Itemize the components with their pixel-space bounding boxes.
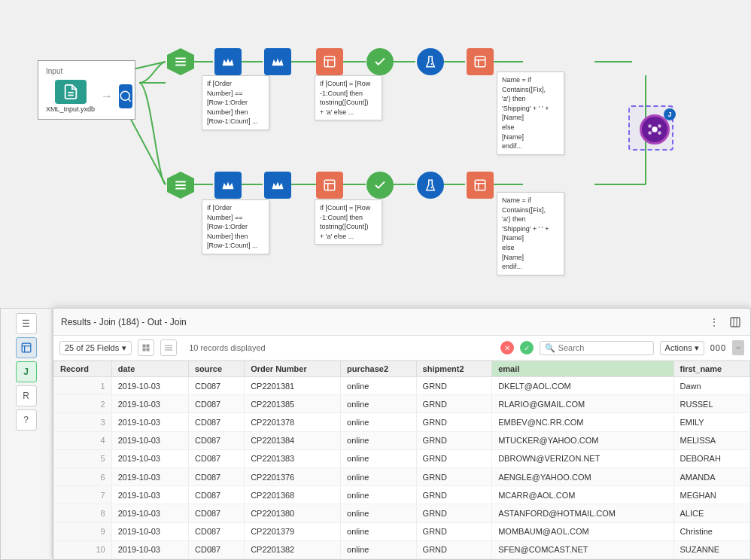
col-header-shipment2[interactable]: shipment2 <box>416 361 492 377</box>
cell-r10-c2: CD087 <box>189 540 245 558</box>
node-bot-6[interactable] <box>417 172 444 199</box>
col-header-email[interactable]: email <box>492 361 673 377</box>
node-bot-5[interactable] <box>366 172 394 199</box>
table-row: 22019-10-03CD087CP2201385onlineGRNDRLARI… <box>54 395 750 413</box>
cell-r10-c7: SUZANNE <box>673 540 750 558</box>
cell-r3-c6: EMBEV@NC.RR.COM <box>492 413 673 431</box>
results-title: Results - Join (184) - Out - Join <box>61 317 187 327</box>
col-header-order-number[interactable]: Order Number <box>245 361 341 377</box>
cell-r6-c0: 6 <box>54 467 112 485</box>
table-row: 12019-10-03CD087CP2201381onlineGRNDDKELT… <box>54 377 750 395</box>
records-count: 10 records displayed <box>189 343 266 352</box>
node-top-2[interactable] <box>214 48 242 75</box>
cell-r3-c2: CD087 <box>189 413 245 431</box>
node-bot-1[interactable] <box>167 172 194 199</box>
cell-r1-c2: CD087 <box>189 377 245 395</box>
cell-r4-c1: 2019-10-03 <box>111 431 188 449</box>
col-header-record[interactable]: Record <box>54 361 112 377</box>
browse-node[interactable] <box>119 84 132 108</box>
svg-point-35 <box>648 131 652 135</box>
cell-r10-c4: online <box>341 540 417 558</box>
cell-r7-c4: online <box>341 486 417 504</box>
cell-r4-c0: 4 <box>54 431 112 449</box>
cell-r5-c3: CP2201383 <box>245 449 341 467</box>
svg-point-40 <box>430 187 432 188</box>
cell-r9-c5: GRND <box>416 522 492 540</box>
cell-r7-c7: MEGHAN <box>673 486 750 504</box>
cell-r9-c0: 9 <box>54 522 112 540</box>
cell-r7-c3: CP2201368 <box>245 486 341 504</box>
cell-r3-c4: online <box>341 413 417 431</box>
join-node[interactable]: J <box>640 114 670 145</box>
cell-r9-c2: CD087 <box>189 522 245 540</box>
cell-r7-c5: GRND <box>416 486 492 504</box>
sidebar-btn-table[interactable] <box>16 337 37 358</box>
svg-point-34 <box>658 124 661 128</box>
table-icon-btn[interactable] <box>160 339 177 356</box>
results-toolbar: 25 of 25 Fields ▾ 10 records displayed ✕… <box>53 336 750 361</box>
cell-r3-c3: CP2201378 <box>245 413 341 431</box>
actions-btn[interactable]: Actions ▾ <box>660 341 704 355</box>
tooltip-bot-3: Name = ifContains([Fix],'a') then'Shippi… <box>497 192 564 275</box>
node-top-4[interactable] <box>316 48 343 75</box>
cell-r9-c1: 2019-10-03 <box>111 522 188 540</box>
cell-r4-c3: CP2201384 <box>245 431 341 449</box>
col-header-source[interactable]: source <box>189 361 245 377</box>
node-top-1[interactable] <box>167 48 194 75</box>
search-box: 🔍 <box>540 341 654 355</box>
cell-r5-c7: DEBORAH <box>673 449 750 467</box>
more-options-btn[interactable]: ⋮ <box>707 315 722 330</box>
cell-r8-c4: online <box>341 504 417 522</box>
cell-r10-c3: CP2201382 <box>245 540 341 558</box>
cell-r6-c4: online <box>341 467 417 485</box>
cell-r1-c3: CP2201381 <box>245 377 341 395</box>
node-bot-7[interactable] <box>467 172 494 199</box>
svg-rect-51 <box>147 348 150 352</box>
node-bot-2[interactable] <box>214 172 242 199</box>
col-header-first_name[interactable]: first_name <box>673 361 750 377</box>
node-bot-3[interactable] <box>264 172 291 199</box>
actions-chevron: ▾ <box>695 343 699 353</box>
scroll-down-btn[interactable] <box>732 340 744 355</box>
fields-selector[interactable]: 25 of 25 Fields ▾ <box>59 341 132 355</box>
col-header-purchase2[interactable]: purchase2 <box>341 361 417 377</box>
cell-r1-c4: online <box>341 377 417 395</box>
fields-label: 25 of 25 Fields <box>65 343 119 352</box>
svg-point-36 <box>658 131 661 135</box>
node-top-6[interactable] <box>417 48 444 75</box>
cell-r2-c7: RUSSEL <box>673 395 750 413</box>
cell-r2-c2: CD087 <box>189 395 245 413</box>
cell-r5-c6: DBROWN@VERIZON.NET <box>492 449 673 467</box>
cell-r1-c5: GRND <box>416 377 492 395</box>
node-bot-4[interactable] <box>316 172 343 199</box>
side-toolbar: ☰ J R ? <box>0 308 51 560</box>
col-header-date[interactable]: date <box>111 361 188 377</box>
ooo-btn[interactable]: 000 <box>710 343 726 352</box>
sidebar-btn-r[interactable]: R <box>16 385 37 406</box>
cell-r5-c0: 5 <box>54 449 112 467</box>
node-top-5[interactable] <box>366 48 394 75</box>
node-top-7[interactable] <box>467 48 494 75</box>
sidebar-btn-j[interactable]: J <box>16 361 37 382</box>
cell-r3-c1: 2019-10-03 <box>111 413 188 431</box>
cell-r7-c1: 2019-10-03 <box>111 486 188 504</box>
xml-input-node[interactable] <box>55 80 87 104</box>
sidebar-btn-menu[interactable]: ☰ <box>16 313 37 334</box>
sidebar-btn-help[interactable]: ? <box>16 409 37 431</box>
node-top-3[interactable] <box>264 48 291 75</box>
svg-rect-44 <box>22 343 31 352</box>
cell-r10-c5: GRND <box>416 540 492 558</box>
clear-btn[interactable]: ✕ <box>500 341 514 355</box>
search-input[interactable] <box>558 343 649 352</box>
cell-r2-c3: CP2201385 <box>245 395 341 413</box>
grid-icon-btn[interactable] <box>138 339 154 356</box>
table-row: 82019-10-03CD087CP2201380onlineGRNDASTAN… <box>54 504 750 522</box>
tooltip-bot-2: If [Count] = [Row-1:Count] thentostring(… <box>315 199 382 245</box>
results-panel: Results - Join (184) - Out - Join ⋮ 25 o… <box>53 308 751 560</box>
cell-r6-c7: AMANDA <box>673 467 750 485</box>
table-row: 32019-10-03CD087CP2201378onlineGRNDEMBEV… <box>54 413 750 431</box>
detach-btn[interactable] <box>728 315 743 330</box>
cell-r7-c0: 7 <box>54 486 112 504</box>
confirm-btn[interactable]: ✓ <box>520 341 534 355</box>
cell-r4-c6: MTUCKER@YAHOO.COM <box>492 431 673 449</box>
